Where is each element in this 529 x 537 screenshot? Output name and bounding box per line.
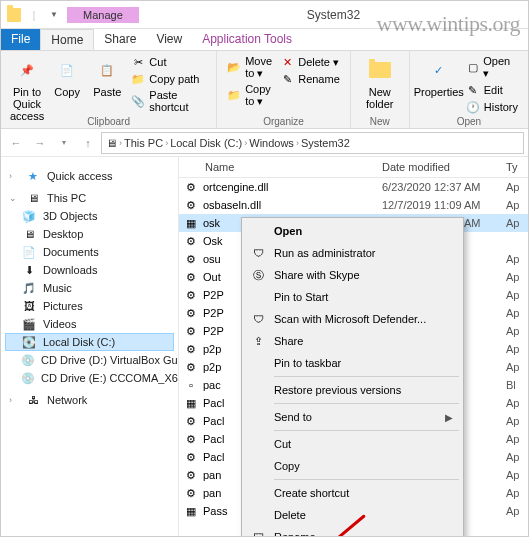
breadcrumb-part[interactable]: Local Disk (C:): [170, 137, 242, 149]
sidebar-item[interactable]: 📄Documents: [5, 243, 174, 261]
menu-item-run-as-administrator[interactable]: 🛡Run as administrator: [244, 242, 461, 264]
history-button[interactable]: 🕐History: [462, 99, 522, 115]
sidebar-item[interactable]: ⬇Downloads: [5, 261, 174, 279]
menu-item-open[interactable]: Open: [244, 220, 461, 242]
sidebar-item[interactable]: 🧊3D Objects: [5, 207, 174, 225]
sidebar-item[interactable]: 💽Local Disk (C:): [5, 333, 174, 351]
context-tab-label: Manage: [67, 7, 139, 23]
tab-home[interactable]: Home: [40, 29, 94, 50]
rename-button[interactable]: ✎Rename: [276, 71, 344, 87]
sidebar-item-label: CD Drive (E:) CCCOMA_X64FRE_: [41, 372, 179, 384]
open-button[interactable]: ▢Open ▾: [462, 54, 522, 81]
sidebar-quick-access[interactable]: ›★Quick access: [5, 167, 174, 185]
chevron-right-icon: ›: [9, 395, 19, 405]
menu-item-pin-to-start[interactable]: Pin to Start: [244, 286, 461, 308]
menu-item-rename[interactable]: 🛡Rename: [244, 526, 461, 537]
group-organize: 📂Move to ▾ 📁Copy to ▾ ✕Delete ▾ ✎Rename …: [217, 51, 351, 128]
recent-button[interactable]: ▾: [53, 132, 75, 154]
item-icon: 🖥: [21, 227, 37, 241]
new-folder-button[interactable]: New folder: [357, 54, 403, 112]
edit-button[interactable]: ✎Edit: [462, 82, 522, 98]
chevron-icon[interactable]: ›: [296, 138, 299, 148]
file-date: 12/7/2019 11:09 AM: [382, 199, 506, 211]
file-row[interactable]: ⚙osbaseln.dll12/7/2019 11:09 AMAp: [179, 196, 528, 214]
menu-item-cut[interactable]: Cut: [244, 433, 461, 455]
menu-item-create-shortcut[interactable]: Create shortcut: [244, 482, 461, 504]
file-type: Ap: [506, 343, 528, 355]
sidebar-item-label: CD Drive (D:) VirtualBox Guest A: [41, 354, 179, 366]
copyto-button[interactable]: 📁Copy to ▾: [223, 82, 276, 109]
menu-item-pin-to-taskbar[interactable]: Pin to taskbar: [244, 352, 461, 374]
breadcrumb-part[interactable]: Windows: [249, 137, 294, 149]
breadcrumb-part[interactable]: System32: [301, 137, 350, 149]
ribbon-tabs: File Home Share View Application Tools: [1, 29, 528, 51]
menu-item-label: Scan with Microsoft Defender...: [274, 313, 426, 325]
file-icon: ⚙: [183, 252, 199, 266]
share-icon: ⇪: [250, 333, 266, 349]
file-icon: ▦: [183, 504, 199, 518]
properties-button[interactable]: ✓ Properties: [416, 54, 462, 100]
back-button[interactable]: ←: [5, 132, 27, 154]
sidebar-item[interactable]: 🖼Pictures: [5, 297, 174, 315]
file-icon: ⚙: [183, 180, 199, 194]
breadcrumb[interactable]: 🖥 › This PC › Local Disk (C:) › Windows …: [101, 132, 524, 154]
copy-path-button[interactable]: 📁Copy path: [127, 71, 210, 87]
file-name: osbaseln.dll: [203, 199, 382, 211]
file-name: ortcengine.dll: [203, 181, 382, 193]
menu-item-share-with-skype[interactable]: ⓈShare with Skype: [244, 264, 461, 286]
group-clipboard: 📌 Pin to Quick access 📄 Copy 📋 Paste ✂Cu…: [1, 51, 217, 128]
tab-share[interactable]: Share: [94, 29, 146, 50]
menu-item-send-to[interactable]: Send to▶: [244, 406, 461, 428]
sidebar-item[interactable]: 🎵Music: [5, 279, 174, 297]
breadcrumb-part[interactable]: This PC: [124, 137, 163, 149]
delete-button[interactable]: ✕Delete ▾: [276, 54, 344, 70]
copy-button[interactable]: 📄 Copy: [47, 54, 87, 100]
tab-application-tools[interactable]: Application Tools: [192, 29, 302, 50]
item-icon: 🖼: [21, 299, 37, 313]
file-row[interactable]: ⚙ortcengine.dll6/23/2020 12:37 AMAp: [179, 178, 528, 196]
item-icon: 💿: [21, 371, 35, 385]
sidebar-item[interactable]: 💿CD Drive (E:) CCCOMA_X64FRE_: [5, 369, 174, 387]
shield-icon: 🛡: [250, 311, 266, 327]
column-name[interactable]: Name: [179, 161, 382, 173]
sidebar-item[interactable]: 💿CD Drive (D:) VirtualBox Guest A: [5, 351, 174, 369]
menu-item-restore-previous-versions[interactable]: Restore previous versions: [244, 379, 461, 401]
pc-icon: 🖥: [106, 137, 117, 149]
file-icon: ⚙: [183, 450, 199, 464]
column-date[interactable]: Date modified: [382, 161, 506, 173]
paste-shortcut-button[interactable]: 📎Paste shortcut: [127, 88, 210, 114]
forward-button[interactable]: →: [29, 132, 51, 154]
moveto-button[interactable]: 📂Move to ▾: [223, 54, 276, 81]
up-button[interactable]: ↑: [77, 132, 99, 154]
tab-view[interactable]: View: [146, 29, 192, 50]
paste-button[interactable]: 📋 Paste: [87, 54, 127, 100]
pin-to-quick-access-button[interactable]: 📌 Pin to Quick access: [7, 54, 47, 124]
menu-item-delete[interactable]: Delete: [244, 504, 461, 526]
chevron-icon[interactable]: ›: [244, 138, 247, 148]
menu-item-share[interactable]: ⇪Share: [244, 330, 461, 352]
menu-item-copy[interactable]: Copy: [244, 455, 461, 477]
pasteshortcut-icon: 📎: [131, 94, 145, 108]
folder-icon: [7, 8, 21, 22]
chevron-icon[interactable]: ›: [165, 138, 168, 148]
file-icon: ⚙: [183, 342, 199, 356]
edit-icon: ✎: [466, 83, 480, 97]
file-type: Ap: [506, 217, 528, 229]
menu-item-scan-with-microsoft-defender-[interactable]: 🛡Scan with Microsoft Defender...: [244, 308, 461, 330]
menu-item-label: Pin to Start: [274, 291, 328, 303]
sidebar-item[interactable]: 🎬Videos: [5, 315, 174, 333]
sidebar-item[interactable]: 🖥Desktop: [5, 225, 174, 243]
item-icon: 🎵: [21, 281, 37, 295]
qat-dropdown-icon[interactable]: ▼: [47, 8, 61, 22]
sidebar-this-pc[interactable]: ⌄🖥This PC: [5, 189, 174, 207]
chevron-icon[interactable]: ›: [119, 138, 122, 148]
menu-item-label: Create shortcut: [274, 487, 349, 499]
file-type: Ap: [506, 307, 528, 319]
group-new: New folder New: [351, 51, 410, 128]
tab-file[interactable]: File: [1, 29, 40, 50]
sidebar-network[interactable]: ›🖧Network: [5, 391, 174, 409]
column-type[interactable]: Ty: [506, 161, 528, 173]
item-icon: 🧊: [21, 209, 37, 223]
cut-button[interactable]: ✂Cut: [127, 54, 210, 70]
item-icon: 💿: [21, 353, 35, 367]
